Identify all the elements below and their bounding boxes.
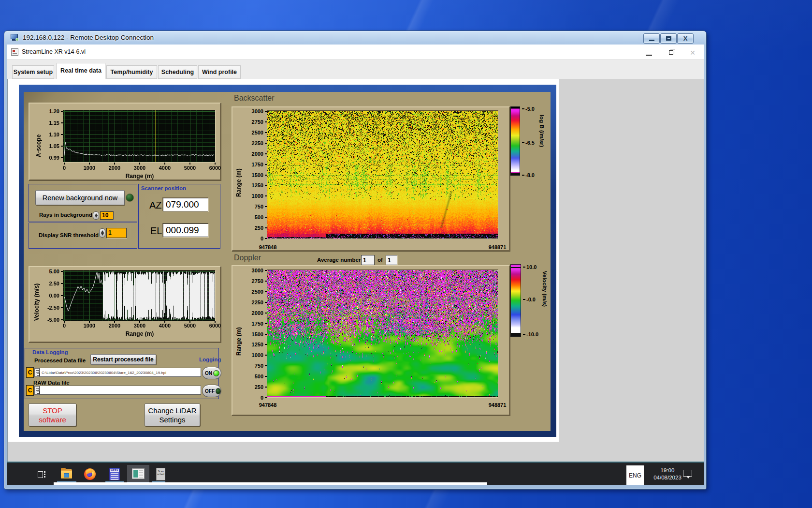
renew-background-button[interactable]: Renew background now [35, 190, 125, 205]
tick-label: 3000 [244, 267, 267, 274]
tick-mark [114, 163, 115, 164]
file-explorer-icon[interactable] [61, 469, 72, 478]
backscatter-x-start: 947848 [256, 244, 280, 250]
tick-label: 2500 [244, 129, 267, 136]
app-close-button[interactable]: ✕ [690, 49, 696, 57]
colorbar-tick: -6.5 [522, 140, 535, 146]
tick-mark [139, 321, 140, 323]
scan-scheduler-icon[interactable]: Scansched [156, 468, 165, 480]
snr-value-field[interactable]: 1 [106, 228, 127, 238]
tick-label: 3000 [128, 165, 152, 171]
tick-label: -2.50 [40, 304, 63, 311]
tick-label: 250 [244, 224, 267, 231]
average-total-field[interactable]: 1 [386, 255, 397, 265]
doppler-yaxis-label: Range (m) [235, 311, 242, 356]
tab-real-time-data[interactable]: Real time data [57, 63, 105, 79]
logging-on-indicator[interactable]: ON [202, 367, 221, 379]
logging-label: Logging [199, 357, 221, 362]
rdp-maximize-button[interactable] [660, 33, 677, 44]
tick-label: 1.20 [40, 108, 63, 115]
tick-label: 1250 [244, 341, 267, 348]
tick-label: 500 [244, 214, 267, 221]
backscatter-heatmap[interactable] [267, 111, 498, 239]
stop-software-button[interactable]: STOPsoftware [29, 403, 76, 426]
rdp-close-button[interactable]: X [677, 33, 694, 44]
ascope-plot[interactable] [63, 110, 215, 162]
velocity-yaxis-label: Velocity (m/s) [33, 272, 40, 321]
raw-drive-box[interactable]: C [26, 385, 34, 396]
doppler-x-start: 947848 [256, 402, 280, 408]
remote-screen: StreamLine XR v14-6.vi ✕ System setupRea… [7, 45, 704, 485]
remote-desktop-icon [11, 34, 19, 42]
change-lidar-settings-button[interactable]: Change LiDARSettings [145, 403, 200, 426]
backscatter-yaxis-label: Range (m) [235, 152, 242, 197]
processed-path-field[interactable]: C:\Lidar\Data\Proc\2023\202308\20230804\… [40, 368, 201, 377]
tick-label: 0 [244, 235, 267, 242]
tick-label: 2000 [244, 150, 267, 157]
rays-in-background-label: Rays in background [39, 212, 92, 218]
tick-label: 1.05 [40, 143, 63, 149]
tick-label: 1000 [77, 165, 102, 171]
raw-path-field[interactable] [40, 386, 201, 395]
backscatter-title: Backscatter [234, 94, 275, 103]
raw-path-type-icon[interactable] [34, 386, 40, 395]
document-app-icon[interactable]: WEEK [109, 468, 120, 480]
backscatter-x-end: 948871 [485, 244, 509, 250]
tick-label: 4000 [153, 323, 177, 329]
tick-label: 5000 [178, 323, 202, 329]
tick-label: 0 [52, 323, 76, 329]
doppler-x-end: 948871 [485, 402, 509, 408]
rays-spinner[interactable] [93, 211, 99, 220]
taskbar: WEEK Scansched ENG 19:0004/08/2023 [7, 462, 704, 485]
backscatter-colorbar [510, 106, 520, 176]
rdp-window: 192.168.0.122 - Remote Desktop Connectio… [4, 30, 707, 490]
colorbar-tick: -8.0 [522, 172, 535, 179]
velocity-xaxis-label: Range (m) [123, 330, 157, 337]
app-titlebar[interactable]: StreamLine XR v14-6.vi ✕ [7, 45, 704, 60]
tick-label: 2.50 [40, 280, 63, 287]
rays-value-field[interactable]: 10 [100, 211, 114, 220]
tab-temp-humidity[interactable]: Temp/humidity [106, 65, 157, 79]
app-minimize-button[interactable] [646, 55, 652, 56]
white-strip [54, 482, 487, 485]
az-value-field[interactable]: 079.000 [163, 198, 208, 211]
average-number-field[interactable]: 1 [361, 255, 375, 265]
tab-scheduling[interactable]: Scheduling [158, 65, 197, 79]
colorbar-tick: 10.0 [523, 264, 536, 270]
velocity-plot[interactable] [63, 270, 215, 321]
tick-label: 0.00 [40, 292, 63, 299]
colorbar-tick: -0.0 [523, 297, 536, 303]
tick-mark [189, 321, 190, 323]
logging-off-indicator[interactable]: OFF [202, 385, 221, 397]
tick-label: 2250 [244, 299, 267, 306]
app-restore-button[interactable] [669, 50, 673, 55]
tick-mark [164, 163, 165, 164]
tab-strip: System setupReal time dataTemp/humidityS… [7, 60, 704, 79]
firefox-icon[interactable] [84, 468, 96, 480]
app-window-title: StreamLine XR v14-6.vi [22, 48, 86, 55]
tick-label: 1500 [244, 331, 267, 338]
tab-wind-profile[interactable]: Wind profile [198, 65, 241, 79]
tick-mark [139, 163, 140, 164]
tick-label: 750 [244, 362, 267, 369]
tick-label: 250 [244, 384, 267, 390]
renew-led [126, 194, 134, 202]
streamline-app-icon[interactable] [132, 468, 145, 479]
maximize-icon [666, 36, 671, 41]
notification-center-icon[interactable] [683, 470, 692, 477]
processed-data-file-label: Processed Data file [34, 358, 86, 363]
rdp-minimize-button[interactable] [643, 33, 660, 44]
tick-label: 1250 [244, 182, 267, 189]
doppler-heatmap[interactable] [267, 270, 498, 397]
az-label: AZ [149, 200, 162, 211]
desktop-background: 192.168.0.122 - Remote Desktop Connectio… [0, 0, 812, 508]
restart-processed-file-button[interactable]: Restart processed file [90, 354, 156, 365]
task-view-icon[interactable] [38, 470, 46, 478]
processed-path-type-icon[interactable] [34, 368, 40, 377]
rdp-titlebar[interactable]: 192.168.0.122 - Remote Desktop Connectio… [4, 31, 706, 45]
tick-label: 1.10 [40, 131, 63, 138]
tab-system-setup[interactable]: System setup [12, 65, 54, 79]
snr-spinner[interactable] [99, 228, 105, 238]
processed-drive-box[interactable]: C [26, 367, 34, 378]
el-value-field[interactable]: 000.099 [163, 224, 208, 237]
